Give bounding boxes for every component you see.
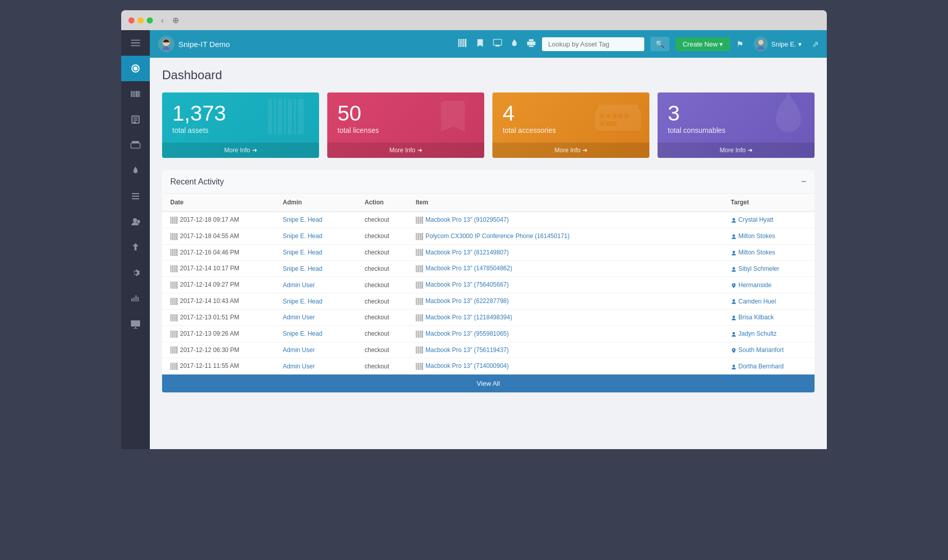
svg-rect-22: [493, 39, 502, 45]
item-link[interactable]: Macbook Pro 13" (756119437): [425, 346, 509, 354]
svg-rect-133: [172, 314, 172, 321]
target-link[interactable]: Jadyn Schultz: [738, 330, 777, 337]
item-link[interactable]: Macbook Pro 13" (756405667): [425, 281, 509, 288]
sidebar-item-settings[interactable]: [121, 260, 150, 286]
svg-rect-172: [419, 346, 419, 354]
admin-link[interactable]: Admin User: [283, 314, 315, 321]
svg-rect-150: [173, 331, 174, 338]
cell-date: 2017-12-14 10:43 AM: [162, 293, 275, 310]
target-link[interactable]: Milton Stokes: [738, 232, 775, 240]
flag-button[interactable]: ⚑: [736, 39, 743, 49]
svg-rect-165: [173, 346, 174, 354]
item-link[interactable]: Polycom CX3000 IP Conference Phone (1614…: [425, 232, 570, 240]
svg-rect-77: [174, 249, 175, 256]
svg-rect-27: [268, 99, 272, 134]
accessories-more-info[interactable]: More Info ➜: [492, 143, 649, 158]
svg-rect-97: [418, 265, 419, 272]
sidebar-item-accessories[interactable]: [121, 132, 150, 158]
svg-rect-71: [422, 233, 423, 240]
cell-date: 2017-12-12 06:30 PM: [162, 342, 275, 358]
sidebar-item-reports[interactable]: [121, 235, 150, 260]
admin-link[interactable]: Snipe E. Head: [283, 265, 322, 272]
target-link[interactable]: Crystal Hyatt: [738, 216, 774, 223]
printer-nav-icon[interactable]: [527, 38, 536, 50]
top-navbar: Snipe-IT Demo: [150, 30, 827, 58]
svg-rect-21: [465, 39, 466, 47]
licenses-icon: [430, 96, 476, 145]
hamburger-menu[interactable]: [121, 30, 150, 56]
cell-date: 2017-12-18 04:55 AM: [162, 228, 275, 244]
item-link[interactable]: Macbook Pro 13" (910295047): [425, 216, 509, 223]
item-link[interactable]: Macbook Pro 13" (714000904): [425, 362, 509, 369]
barcode-row-icon: [170, 346, 178, 354]
minimize-button[interactable]: [138, 17, 144, 24]
license-nav-icon[interactable]: [476, 38, 485, 50]
cell-action: checkout: [356, 358, 408, 375]
item-link[interactable]: Macbook Pro 13" (1478504862): [425, 265, 512, 272]
consumables-nav-icon[interactable]: [510, 38, 518, 50]
item-link[interactable]: Macbook Pro 13" (622287798): [425, 297, 509, 305]
svg-point-102: [733, 267, 735, 270]
barcode-nav-icon[interactable]: [458, 39, 467, 49]
collapse-button[interactable]: −: [801, 176, 806, 187]
svg-rect-125: [417, 298, 418, 305]
item-link[interactable]: Macbook Pro 13" (812149807): [425, 249, 509, 256]
target-link[interactable]: South Marianfort: [738, 346, 784, 354]
close-button[interactable]: [128, 17, 134, 24]
create-new-button[interactable]: Create New ▾: [675, 37, 730, 51]
svg-rect-169: [416, 346, 417, 354]
svg-rect-184: [417, 363, 418, 370]
assets-more-info[interactable]: More Info ➜: [162, 143, 319, 158]
monitor-nav-icon[interactable]: [493, 38, 502, 50]
share-button[interactable]: ⇗: [812, 39, 819, 49]
svg-rect-171: [418, 346, 419, 354]
svg-rect-11: [131, 143, 140, 148]
item-link[interactable]: Macbook Pro 13" (1218498394): [425, 314, 512, 321]
target-link[interactable]: Sibyl Schmeler: [738, 265, 779, 272]
cell-admin: Snipe E. Head: [275, 293, 356, 310]
svg-rect-2: [131, 45, 140, 46]
svg-rect-111: [417, 282, 418, 289]
svg-rect-114: [420, 282, 421, 289]
admin-link[interactable]: Snipe E. Head: [283, 298, 322, 305]
svg-rect-36: [606, 113, 611, 118]
asset-tag-search[interactable]: [542, 37, 644, 51]
svg-point-72: [733, 235, 735, 237]
item-link[interactable]: Macbook Pro 13" (955981065): [425, 330, 509, 337]
svg-rect-140: [417, 314, 418, 321]
svg-rect-115: [421, 282, 421, 289]
target-link[interactable]: Hermanside: [738, 282, 772, 289]
target-link[interactable]: Brisa Kilback: [738, 314, 774, 321]
sidebar-item-people[interactable]: [121, 209, 150, 235]
svg-rect-79: [176, 249, 177, 256]
brand-name: Snipe-IT Demo: [178, 40, 230, 49]
admin-link[interactable]: Admin User: [283, 346, 315, 354]
cell-item: Macbook Pro 13" (955981065): [408, 325, 723, 342]
download-button[interactable]: ⊕: [172, 15, 179, 25]
target-link[interactable]: Camden Huel: [738, 298, 776, 305]
target-link[interactable]: Dortha Bernhard: [738, 363, 784, 370]
search-button[interactable]: 🔍: [650, 37, 669, 51]
admin-link[interactable]: Admin User: [283, 282, 315, 289]
sidebar-item-assets[interactable]: [121, 81, 150, 107]
sidebar-item-dashboard[interactable]: [121, 56, 150, 81]
user-menu[interactable]: Snipe E. ▾: [750, 35, 806, 53]
svg-rect-92: [174, 265, 175, 272]
sidebar-item-licenses[interactable]: [121, 107, 150, 132]
sidebar-item-assets-alt[interactable]: [121, 311, 150, 337]
target-link[interactable]: Milton Stokes: [738, 249, 775, 256]
view-all-button[interactable]: View All: [162, 375, 815, 392]
maximize-button[interactable]: [147, 17, 153, 24]
admin-link[interactable]: Snipe E. Head: [283, 216, 322, 223]
forward-button[interactable]: ›: [165, 16, 167, 25]
sidebar-item-consumables[interactable]: [121, 158, 150, 183]
licenses-more-info[interactable]: More Info ➜: [327, 143, 484, 158]
svg-rect-139: [416, 314, 417, 321]
sidebar-item-components[interactable]: [121, 183, 150, 209]
admin-link[interactable]: Snipe E. Head: [283, 330, 322, 337]
sidebar-item-analytics[interactable]: [121, 286, 150, 311]
admin-link[interactable]: Admin User: [283, 363, 315, 370]
back-button[interactable]: ‹: [161, 16, 164, 25]
admin-link[interactable]: Snipe E. Head: [283, 249, 322, 256]
admin-link[interactable]: Snipe E. Head: [283, 232, 322, 240]
